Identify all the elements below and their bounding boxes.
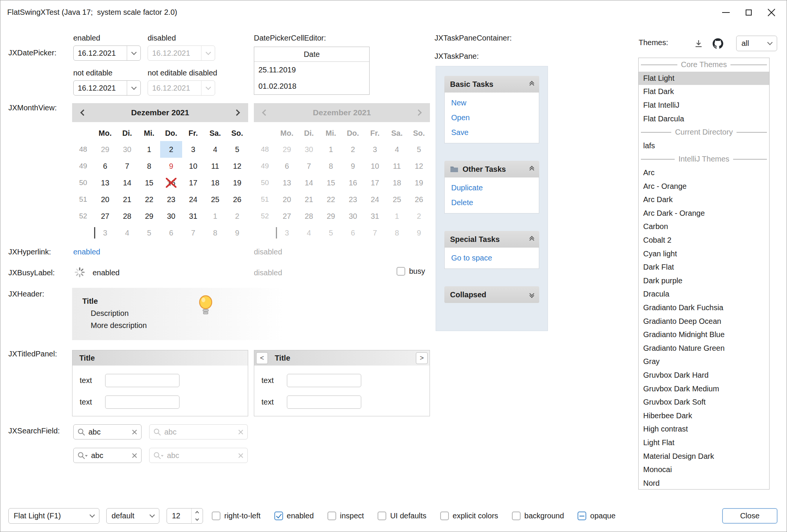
window-close-button[interactable]	[760, 1, 783, 24]
clear-icon[interactable]	[132, 453, 137, 458]
taskpane-header[interactable]: Collapsed	[444, 286, 539, 303]
theme-item[interactable]: Gradianto Dark Fuchsia	[639, 301, 769, 315]
hyperlink-enabled[interactable]: enabled	[73, 248, 100, 256]
theme-item[interactable]: Monocai	[639, 463, 769, 477]
text-input[interactable]	[287, 374, 361, 387]
search-menu-icon[interactable]	[77, 452, 88, 460]
datepicker-enabled[interactable]: 16.12.2021	[73, 46, 141, 61]
day-cell[interactable]: 7	[116, 158, 138, 174]
text-input[interactable]	[105, 395, 179, 409]
day-cell[interactable]: 30	[116, 141, 138, 158]
laf-combo[interactable]: Flat Light (F1)	[8, 508, 99, 524]
day-cell[interactable]: 26	[226, 191, 248, 208]
option-checkbox[interactable]: right-to-left	[212, 512, 261, 520]
day-cell[interactable]: 9	[160, 158, 182, 174]
theme-item[interactable]: Hiberbee Dark	[639, 409, 769, 422]
day-cell[interactable]: 17	[182, 174, 204, 191]
day-cell[interactable]: 23	[160, 191, 182, 208]
day-cell[interactable]: 5	[138, 224, 160, 241]
panel-next-button[interactable]: >	[416, 352, 428, 364]
day-cell[interactable]: 29	[138, 208, 160, 224]
github-button[interactable]	[711, 37, 724, 50]
date-value[interactable]: 16.12.2021	[74, 46, 127, 60]
day-cell[interactable]: 27	[94, 208, 116, 224]
day-cell[interactable]: 25	[204, 191, 226, 208]
theme-item[interactable]: Flat IntelliJ	[639, 99, 769, 112]
taskpane-header[interactable]: Special Tasks	[444, 231, 539, 248]
taskpane-link[interactable]: New	[451, 98, 532, 108]
search-input[interactable]	[91, 451, 129, 460]
spinner-down-button[interactable]	[192, 516, 203, 524]
day-cell[interactable]: 29	[94, 141, 116, 158]
theme-item[interactable]: High contrast	[639, 422, 769, 436]
day-cell[interactable]: 11	[204, 158, 226, 174]
day-cell[interactable]: 15	[138, 174, 160, 191]
day-cell[interactable]: 10	[182, 158, 204, 174]
option-checkbox[interactable]: explicit colors	[440, 512, 498, 520]
theme-item[interactable]: Gradianto Deep Ocean	[639, 314, 769, 328]
taskpane-link[interactable]: Go to space	[451, 253, 532, 263]
day-cell[interactable]: 31	[182, 208, 204, 224]
day-cell[interactable]: 1	[138, 141, 160, 158]
taskpane-link[interactable]: Open	[451, 113, 532, 123]
option-checkbox[interactable]: enabled	[274, 512, 314, 520]
day-cell[interactable]: 9	[226, 224, 248, 241]
day-cell[interactable]: 8	[204, 224, 226, 241]
theme-item[interactable]: Core Themes	[639, 58, 769, 72]
theme-item[interactable]: Gruvbox Dark Medium	[639, 382, 769, 395]
clear-icon[interactable]	[132, 429, 137, 435]
day-cell[interactable]: 1	[204, 208, 226, 224]
theme-item[interactable]: Flat Light	[639, 72, 769, 85]
panel-prev-button[interactable]: <	[256, 352, 268, 364]
option-checkbox[interactable]: UI defaults	[378, 512, 427, 520]
busy-checkbox[interactable]: busy	[397, 267, 425, 276]
taskpane-header[interactable]: Other Tasks	[444, 161, 539, 177]
day-cell[interactable]: 3	[94, 224, 116, 241]
day-cell[interactable]: 19	[226, 174, 248, 191]
theme-item[interactable]: Gradianto Nature Green	[639, 341, 769, 355]
themes-filter-combo[interactable]: all	[736, 36, 777, 51]
theme-item[interactable]: IntelliJ Themes	[639, 152, 769, 166]
day-cell[interactable]: 22	[138, 191, 160, 208]
theme-item[interactable]: Gruvbox Dark Soft	[639, 395, 769, 409]
text-input[interactable]	[105, 374, 179, 387]
next-month-icon[interactable]	[234, 110, 240, 116]
theme-item[interactable]: Dracula	[639, 287, 769, 301]
theme-item[interactable]: Dark purple	[639, 274, 769, 288]
day-cell[interactable]: 28	[116, 208, 138, 224]
theme-item[interactable]: Gruvbox Dark Hard	[639, 369, 769, 382]
day-cell[interactable]: 6	[94, 158, 116, 174]
day-cell[interactable]: 18	[204, 174, 226, 191]
day-cell[interactable]: 6	[160, 224, 182, 241]
day-cell[interactable]: 24	[182, 191, 204, 208]
taskpane-link[interactable]: Delete	[451, 198, 532, 208]
theme-item[interactable]: Arc - Orange	[639, 179, 769, 193]
theme-item[interactable]: Arc Dark - Orange	[639, 207, 769, 220]
search-field-menu-enabled[interactable]	[73, 448, 142, 463]
day-cell[interactable]: 4	[116, 224, 138, 241]
day-cell[interactable]: 30	[160, 208, 182, 224]
day-cell[interactable]: 13	[94, 174, 116, 191]
theme-item[interactable]: Cyan light	[639, 247, 769, 261]
day-cell[interactable]: 2	[226, 208, 248, 224]
prev-month-icon[interactable]	[80, 110, 87, 116]
themes-list[interactable]: Core Themes Flat Light Flat Dark Flat In…	[638, 58, 770, 490]
table-cell[interactable]: 25.11.2019	[254, 62, 369, 78]
day-cell[interactable]: 5	[226, 141, 248, 158]
day-cell[interactable]: 16	[160, 174, 182, 191]
theme-item[interactable]: Carbon	[639, 220, 769, 234]
theme-item[interactable]: Light Flat	[639, 436, 769, 450]
theme-item[interactable]: Material Design Dark	[639, 449, 769, 463]
day-cell[interactable]: 12	[226, 158, 248, 174]
maximize-button[interactable]	[737, 1, 760, 24]
day-cell[interactable]: 20	[94, 191, 116, 208]
close-button[interactable]: Close	[722, 508, 778, 524]
theme-item[interactable]: Flat Dark	[639, 85, 769, 99]
font-size-spinner[interactable]: 12	[167, 508, 203, 524]
day-cell[interactable]: 3	[182, 141, 204, 158]
theme-item[interactable]: lafs	[639, 139, 769, 153]
theme-item[interactable]: Cobalt 2	[639, 234, 769, 247]
theme-item[interactable]: Gray	[639, 355, 769, 369]
datepicker-dropdown-button[interactable]	[127, 46, 140, 60]
taskpane-link[interactable]: Save	[451, 127, 532, 138]
